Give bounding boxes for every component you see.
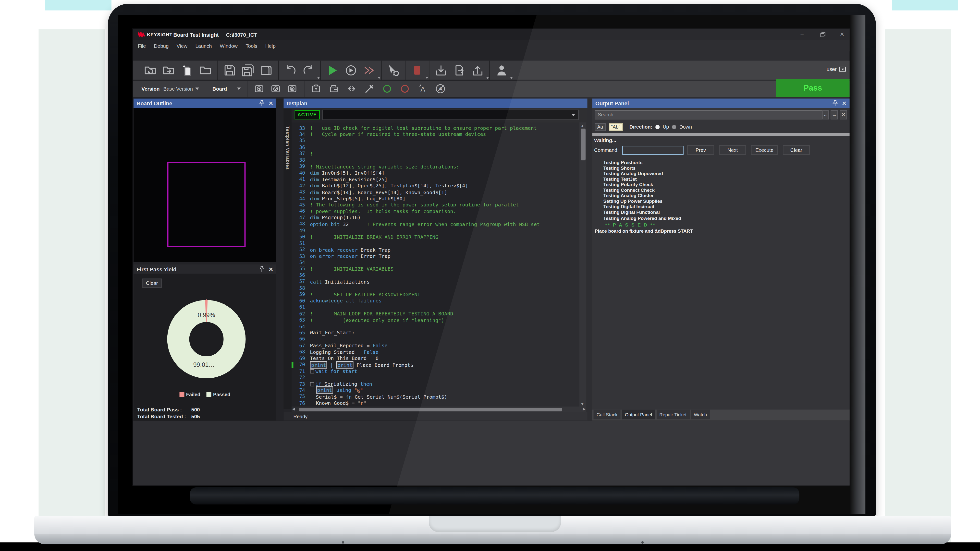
line-number: 38: [291, 157, 305, 163]
close-panel-icon[interactable]: ✕: [269, 100, 273, 106]
user-icon[interactable]: [495, 64, 508, 77]
group-overflow-caret-icon[interactable]: [510, 77, 513, 79]
run-to-cursor-icon[interactable]: [387, 64, 400, 77]
redo-icon[interactable]: [302, 64, 315, 77]
run-icon[interactable]: [326, 64, 339, 77]
scroll-right-icon[interactable]: ▶: [582, 407, 585, 412]
scroll-down-icon[interactable]: ▼: [581, 401, 584, 407]
pass-status-banner: Pass: [776, 79, 850, 97]
group-overflow-caret-icon[interactable]: [426, 77, 428, 79]
board-outline-canvas[interactable]: [134, 108, 276, 262]
code-line-43: 43dim Board$[14], Board_Rev$[14], Known_…: [291, 189, 586, 195]
tab-call-stack[interactable]: Call Stack: [593, 410, 620, 419]
fixture-up-icon[interactable]: [310, 83, 321, 94]
code-editor[interactable]: 76 Known_Good$ = "n"75 Serial$ = fn Get_…: [291, 122, 586, 407]
fold-icon[interactable]: -: [310, 382, 314, 386]
upload-icon[interactable]: [471, 64, 485, 77]
board-arrow-icon[interactable]: [253, 83, 264, 94]
menu-debug[interactable]: Debug: [154, 43, 169, 49]
fail-ring-icon[interactable]: [399, 83, 410, 94]
tab-repair-ticket[interactable]: Repair Ticket: [656, 410, 690, 419]
fixture-open-icon[interactable]: [328, 83, 339, 94]
code-line-51: 51: [291, 240, 586, 246]
code-line-50: 50! INITIALIZE BREAK AND ERROR TRAPPING: [291, 233, 586, 240]
clear-search-button[interactable]: ✕: [840, 110, 847, 119]
open-folder-icon[interactable]: [162, 64, 176, 77]
first-pass-yield-header: First Pass Yield ✕: [134, 265, 276, 274]
pin-icon[interactable]: [259, 100, 265, 107]
code-line-61: 61: [291, 304, 586, 310]
vertical-scrollbar[interactable]: ▲ ▼: [579, 122, 586, 407]
clear-button[interactable]: Clear: [783, 145, 810, 155]
autoscale-icon[interactable]: A: [417, 83, 428, 94]
menu-tools[interactable]: Tools: [245, 43, 257, 49]
save-copy-icon[interactable]: [260, 64, 273, 77]
passed-result-line: ** P A S S E D **: [605, 222, 656, 227]
menu-window[interactable]: Window: [220, 43, 238, 49]
group-overflow-caret-icon[interactable]: [317, 77, 320, 79]
tab-output-panel[interactable]: Output Panel: [622, 410, 655, 419]
pin-icon[interactable]: [259, 266, 265, 273]
new-file-icon[interactable]: [181, 64, 194, 77]
scroll-up-icon[interactable]: ▲: [581, 122, 584, 128]
line-number: 34: [291, 132, 305, 137]
menu-file[interactable]: File: [138, 43, 146, 49]
board-fail-icon[interactable]: [286, 83, 298, 94]
code-line-63: 63! (executed only once if "learning"): [291, 317, 586, 323]
stop-icon[interactable]: [410, 64, 424, 77]
menu-launch[interactable]: Launch: [195, 43, 212, 49]
close-panel-icon[interactable]: ✕: [269, 266, 273, 272]
fast-forward-icon[interactable]: [363, 64, 376, 77]
minimize-button[interactable]: –: [801, 31, 804, 38]
clear-button[interactable]: Clear: [142, 279, 162, 288]
direction-up-radio[interactable]: [655, 125, 660, 129]
step-icon[interactable]: [344, 64, 358, 77]
undo-icon[interactable]: [284, 64, 297, 77]
close-panel-icon[interactable]: ✕: [842, 100, 846, 106]
import-icon[interactable]: [434, 64, 448, 77]
code-line-64: 64: [291, 323, 586, 330]
menu-help[interactable]: Help: [265, 43, 275, 49]
close-button[interactable]: ✕: [840, 31, 845, 38]
restore-button[interactable]: [820, 32, 825, 37]
open-recent-icon[interactable]: [144, 64, 158, 77]
next-button[interactable]: Next: [719, 145, 746, 155]
testplan-selector[interactable]: [322, 110, 579, 120]
probe-icon[interactable]: [364, 83, 375, 94]
version-select[interactable]: Base Version: [163, 86, 193, 92]
group-overflow-caret-icon[interactable]: [486, 77, 489, 79]
save-icon[interactable]: [223, 64, 236, 77]
scroll-left-icon[interactable]: ◀: [292, 407, 295, 412]
execute-button[interactable]: Execute: [751, 145, 778, 155]
compare-arrows-icon[interactable]: [346, 83, 357, 94]
menu-view[interactable]: View: [177, 43, 188, 49]
toolbar-board: Version Base Version Board AA: [133, 81, 850, 97]
no-autoscale-icon[interactable]: A: [434, 83, 445, 94]
match-case-toggle[interactable]: Aa: [595, 123, 606, 131]
tab-watch[interactable]: Watch: [691, 410, 710, 419]
vertical-scroll-thumb[interactable]: [581, 129, 585, 160]
direction-down-radio[interactable]: [672, 125, 676, 129]
testplan-variables-tab[interactable]: Testplan Variables: [285, 126, 291, 170]
pass-ring-icon[interactable]: [381, 83, 392, 94]
match-word-toggle[interactable]: "Ab": [609, 123, 623, 131]
folder-icon[interactable]: [199, 64, 213, 77]
export-icon[interactable]: [453, 64, 466, 77]
search-input[interactable]: Search: [595, 110, 823, 119]
board-check-icon[interactable]: [270, 83, 281, 94]
line-number: 50: [291, 234, 305, 240]
board-select-chevron-icon[interactable]: [237, 88, 240, 90]
prev-button[interactable]: Prev: [687, 145, 714, 155]
horizontal-scroll-thumb[interactable]: [299, 408, 562, 411]
user-chip[interactable]: user: [827, 66, 846, 72]
horizontal-scrollbar[interactable]: ◀ ▶: [291, 407, 586, 412]
pin-icon[interactable]: [833, 100, 838, 107]
group-overflow-caret-icon[interactable]: [378, 77, 380, 79]
command-input[interactable]: [622, 146, 684, 155]
toolbar-group: [321, 61, 381, 80]
save-all-icon[interactable]: [241, 64, 255, 77]
find-next-arrow-button[interactable]: →: [830, 110, 838, 119]
fold-icon[interactable]: -: [310, 369, 314, 374]
search-history-chevron-icon[interactable]: ⌄: [823, 110, 829, 119]
background-cyan-card-left: [45, 0, 111, 11]
